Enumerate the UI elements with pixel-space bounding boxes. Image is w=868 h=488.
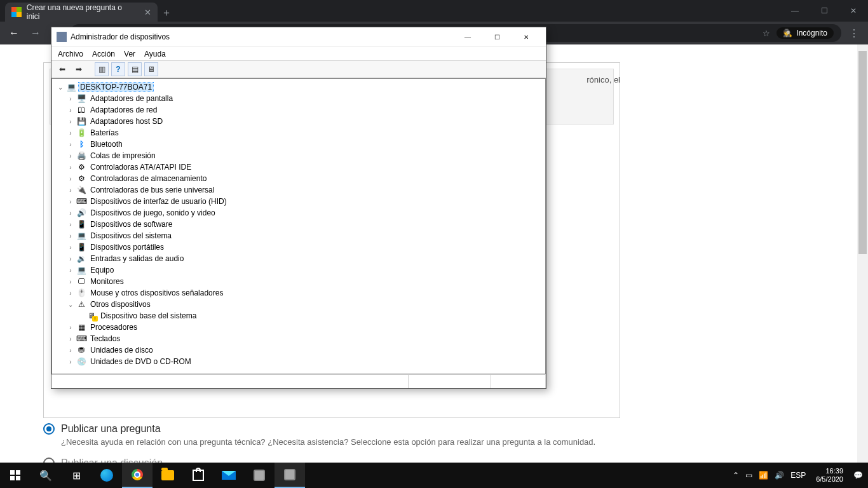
expand-icon[interactable]: › — [66, 278, 75, 285]
forward-button[interactable]: → — [27, 24, 44, 42]
toolbar-properties-icon[interactable]: ▤ — [128, 62, 142, 76]
tree-category[interactable]: ›🔉Entradas y salidas de audio — [56, 253, 541, 264]
taskbar-explorer[interactable] — [153, 463, 183, 488]
tree-category[interactable]: ›▦Procesadores — [56, 322, 541, 333]
tree-category[interactable]: ›📱Dispositivos portátiles — [56, 241, 541, 253]
taskbar-device-manager[interactable] — [275, 463, 305, 488]
maximize-button[interactable]: ☐ — [810, 0, 839, 22]
chrome-menu-button[interactable]: ⋮ — [845, 24, 863, 42]
close-window-button[interactable]: ✕ — [839, 0, 868, 22]
task-view-button[interactable]: ⊞ — [61, 463, 92, 488]
dm-minimize-button[interactable]: ― — [453, 27, 482, 46]
taskbar-mail[interactable] — [214, 463, 244, 488]
new-tab-button[interactable]: ＋ — [158, 4, 175, 22]
toolbar-scan-icon[interactable]: 🖥 — [144, 62, 158, 76]
category-label: Controladoras de bus serie universal — [89, 186, 215, 194]
tree-category[interactable]: ›📱Dispositivos de software — [56, 219, 541, 230]
tree-root[interactable]: ⌄💻DESKTOP-77BOA71 — [56, 81, 541, 93]
dm-maximize-button[interactable]: ☐ — [482, 27, 512, 46]
expand-icon[interactable]: › — [66, 290, 75, 297]
expand-icon[interactable]: › — [66, 358, 75, 365]
category-icon: 📱 — [76, 220, 86, 229]
expand-icon[interactable]: › — [66, 255, 75, 262]
menu-ayuda[interactable]: Ayuda — [144, 50, 166, 58]
page-scrollbar[interactable] — [857, 44, 868, 463]
expand-icon[interactable]: › — [66, 141, 75, 148]
browser-tab[interactable]: Crear una nueva pregunta o inici ✕ — [5, 3, 158, 22]
back-button[interactable]: ← — [5, 24, 23, 42]
tray-battery-icon[interactable]: ▭ — [745, 471, 752, 480]
menu-archivo[interactable]: Archivo — [58, 50, 83, 58]
taskbar-app1[interactable] — [244, 463, 275, 488]
tree-category[interactable]: ›🕮Adaptadores de red — [56, 104, 541, 116]
tray-date: 6/5/2020 — [816, 475, 843, 484]
expand-icon[interactable]: › — [66, 347, 75, 354]
minimize-button[interactable]: ― — [780, 0, 810, 22]
taskbar-store[interactable] — [183, 463, 214, 488]
tray-volume-icon[interactable]: 🔊 — [775, 471, 784, 480]
expand-icon[interactable]: › — [66, 118, 75, 125]
tree-category[interactable]: ›🔊Dispositivos de juego, sonido y video — [56, 207, 541, 219]
tree-category[interactable]: ›⚙Controladoras de almacenamiento — [56, 173, 541, 184]
incognito-badge[interactable]: 🕵 Incógnito — [776, 27, 834, 39]
menu-ver[interactable]: Ver — [124, 50, 135, 58]
tree-category[interactable]: ›🔋Baterías — [56, 127, 541, 139]
start-button[interactable] — [0, 463, 31, 488]
tree-category[interactable]: ›⛃Unidades de disco — [56, 344, 541, 356]
expand-icon[interactable]: › — [66, 152, 75, 159]
expand-icon[interactable]: › — [66, 221, 75, 228]
tree-category[interactable]: ›🖥️Adaptadores de pantalla — [56, 93, 541, 104]
tray-language[interactable]: ESP — [790, 471, 806, 480]
tree-category[interactable]: ›ᛒBluetooth — [56, 139, 541, 150]
expand-icon[interactable]: › — [66, 130, 75, 137]
tab-close-icon[interactable]: ✕ — [144, 8, 151, 17]
option-publish-question[interactable]: Publicar una pregunta ¿Necesita ayuda en… — [43, 423, 595, 447]
toolbar-help-icon[interactable]: ? — [111, 62, 125, 76]
tree-category[interactable]: ›💾Adaptadores host SD — [56, 116, 541, 127]
tree-category[interactable]: ›⌨Teclados — [56, 333, 541, 344]
tray-chevron-up-icon[interactable]: ⌃ — [733, 471, 739, 480]
expand-icon[interactable]: › — [66, 107, 75, 114]
tree-category[interactable]: ›🔌Controladoras de bus serie universal — [56, 184, 541, 196]
tree-category[interactable]: ⌄⚠Otros dispositivos — [56, 299, 541, 310]
tree-category[interactable]: ›💻Dispositivos del sistema — [56, 230, 541, 241]
tray-wifi-icon[interactable]: 📶 — [759, 471, 768, 480]
dm-titlebar[interactable]: Administrador de dispositivos ― ☐ ✕ — [51, 27, 546, 46]
toolbar-back-icon[interactable]: ⬅ — [55, 62, 69, 76]
expand-icon[interactable]: › — [66, 164, 75, 171]
tree-category[interactable]: ›💿Unidades de DVD o CD-ROM — [56, 356, 541, 367]
expand-icon[interactable]: › — [66, 336, 75, 342]
expand-icon[interactable]: › — [66, 187, 75, 194]
toolbar-show-hide-icon[interactable]: ▥ — [95, 62, 109, 76]
tree-category[interactable]: ›🖱️Mouse y otros dispositivos señaladore… — [56, 287, 541, 299]
expand-icon[interactable]: › — [66, 175, 75, 182]
search-button[interactable]: 🔍 — [31, 463, 61, 488]
tree-category[interactable]: ›⌨Dispositivos de interfaz de usuario (H… — [56, 196, 541, 207]
tree-category[interactable]: ›🖵Monitores — [56, 276, 541, 287]
expand-icon[interactable]: ⌄ — [66, 301, 75, 308]
expand-icon[interactable]: › — [66, 233, 75, 240]
scrollbar-thumb[interactable] — [858, 51, 867, 254]
expand-icon[interactable]: › — [66, 198, 75, 205]
expand-icon[interactable]: › — [66, 324, 75, 331]
dm-close-button[interactable]: ✕ — [512, 27, 541, 46]
taskbar-chrome[interactable] — [122, 463, 153, 488]
expand-icon[interactable]: › — [66, 210, 75, 217]
expand-icon[interactable]: › — [66, 244, 75, 251]
expand-icon[interactable]: › — [66, 267, 75, 274]
tray-clock[interactable]: 16:39 6/5/2020 — [812, 467, 847, 484]
taskbar-edge[interactable] — [92, 463, 122, 488]
collapse-icon[interactable]: ⌄ — [56, 84, 65, 91]
toolbar-forward-icon[interactable]: ➡ — [72, 62, 86, 76]
star-icon[interactable]: ☆ — [763, 29, 770, 38]
browser-window: Crear una nueva pregunta o inici ✕ ＋ ― ☐… — [0, 0, 868, 488]
expand-icon[interactable]: › — [66, 95, 75, 102]
radio-selected-icon[interactable] — [43, 423, 55, 435]
tree-category[interactable]: ›💻Equipo — [56, 264, 541, 276]
tree-category[interactable]: ›⚙Controladoras ATA/ATAPI IDE — [56, 161, 541, 173]
menu-accion[interactable]: Acción — [92, 50, 115, 58]
device-tree[interactable]: ⌄💻DESKTOP-77BOA71›🖥️Adaptadores de panta… — [51, 78, 546, 374]
tree-device[interactable]: 🖥Dispositivo base del sistema — [56, 310, 541, 322]
tray-notifications-icon[interactable]: 💬 — [853, 471, 863, 480]
tree-category[interactable]: ›🖨️Colas de impresión — [56, 150, 541, 161]
